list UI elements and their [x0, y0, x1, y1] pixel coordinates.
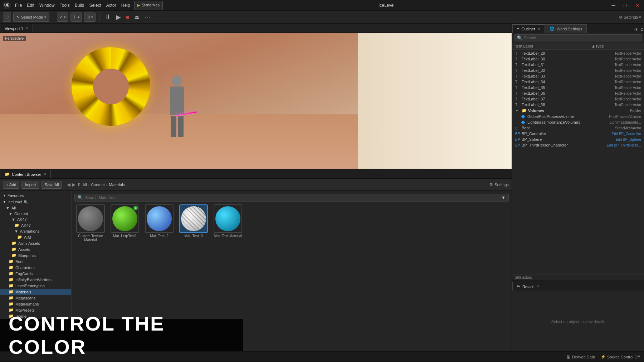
- outliner-item-30[interactable]: T TextLabel_30 TextRenderActor: [512, 56, 644, 62]
- resume-btn[interactable]: ▶: [114, 13, 122, 22]
- sort-icon[interactable]: ▲: [591, 44, 595, 48]
- tree-content[interactable]: ▼Content: [0, 211, 71, 217]
- move-btn[interactable]: ⤢ ▾: [57, 13, 68, 22]
- tree-fogcards[interactable]: 📁FogCards: [0, 271, 71, 277]
- tree-metahumans[interactable]: 📁MetaHumans: [0, 301, 71, 307]
- close-btn[interactable]: ✕: [634, 3, 641, 8]
- outliner-volumes[interactable]: ▼ 📁 Volumes Folder: [512, 108, 644, 114]
- select-mode-btn[interactable]: ↖ Select Mode ▾: [13, 13, 49, 22]
- menu-select[interactable]: Select: [89, 3, 101, 8]
- outliner-bpsphere[interactable]: BP BP_Sphere Edit BP_Sphere: [512, 137, 644, 142]
- asset-mat-test-material[interactable]: Mat_Test Material: [212, 204, 244, 242]
- menu-edit[interactable]: Edit: [27, 3, 34, 8]
- outliner-item-31[interactable]: T TextLabel_31 TextRenderActor: [512, 62, 644, 68]
- minimize-btn[interactable]: ─: [610, 3, 617, 8]
- asset-mat-test3[interactable]: Mat_Test_3: [177, 204, 210, 242]
- spiral-donut: [72, 47, 150, 126]
- outliner-lmiv[interactable]: 🔷 LightmassImportanceVolume3 LightmassIm…: [512, 119, 644, 125]
- outliner: ≡ Outliner ✕ 🌐 World Settings 👁 ⚙ 🔍 Ite: [512, 24, 644, 281]
- outliner-settings-icon[interactable]: ⚙: [640, 27, 644, 32]
- path-materials[interactable]: Materials: [109, 183, 125, 187]
- menu-build[interactable]: Build: [75, 3, 84, 8]
- pause-btn[interactable]: ⏸: [103, 13, 112, 21]
- asset-img-2: +: [111, 204, 139, 233]
- outliner-item-37[interactable]: T TextLabel_37 TextRenderActor: [512, 96, 644, 102]
- viewport-canvas[interactable]: Perspective: [0, 33, 512, 169]
- details-tab-close[interactable]: ✕: [537, 284, 540, 288]
- outliner-ppv[interactable]: 🔷 GlobalPostProcessVolume PostProcessVol…: [512, 114, 644, 119]
- asset-mat-test2[interactable]: Mat_Test_2: [143, 204, 175, 242]
- outliner-item-34[interactable]: T TextLabel_34 TextRenderActor: [512, 79, 644, 85]
- path-all[interactable]: All: [82, 183, 87, 187]
- asset-custom-texture[interactable]: Custom Texture Material: [74, 204, 107, 242]
- tree-aim[interactable]: 📁AIM: [0, 234, 71, 240]
- menu-bar: File Edit Window Tools Build Select Acto…: [15, 3, 130, 8]
- tree-characters[interactable]: 📁Characters: [0, 264, 71, 271]
- tree-ak47-sub[interactable]: 📁AK47: [0, 222, 71, 228]
- tree-lp[interactable]: 📁LevelPrototyping: [0, 283, 71, 289]
- forward-icon[interactable]: ▶: [72, 182, 75, 187]
- outliner-item-38[interactable]: T TextLabel_38 TextRenderActor: [512, 102, 644, 108]
- outliner-item-33[interactable]: T TextLabel_33 TextRenderActor: [512, 73, 644, 79]
- outliner-eye-icon[interactable]: 👁: [634, 27, 639, 32]
- world-settings-tab[interactable]: 🌐 World Settings: [545, 24, 587, 33]
- cb-settings-btn[interactable]: ⚙ Settings: [489, 182, 509, 187]
- outliner-header: Item Label ▲ Type: [512, 43, 644, 50]
- tree-megascans[interactable]: 📁Megascans: [0, 295, 71, 301]
- outliner-search-input[interactable]: [524, 36, 639, 40]
- grid-btn[interactable]: ⊞ ▾: [84, 13, 96, 22]
- outliner-item-29[interactable]: T TextLabel_29 TextRenderActor: [512, 50, 644, 56]
- save-all-btn[interactable]: Save All: [42, 181, 62, 189]
- viewport-tab-close[interactable]: ✕: [25, 26, 28, 30]
- tree-all[interactable]: ▼All: [0, 205, 71, 211]
- toolbar-icon-transform[interactable]: ⊞: [3, 13, 11, 22]
- outliner-bpcontroller[interactable]: BP BP_Controller Edit BP_Controller: [512, 131, 644, 137]
- snap-btn[interactable]: ⊹ ▾: [70, 13, 82, 22]
- filter-icon[interactable]: ▼: [501, 195, 506, 200]
- more-btn[interactable]: ⋯: [143, 13, 152, 21]
- menu-help[interactable]: Help: [121, 3, 130, 8]
- outliner-tab[interactable]: ≡ Outliner ✕: [512, 24, 545, 33]
- menu-actor[interactable]: Actor: [106, 3, 116, 8]
- eject-btn[interactable]: ⏏: [133, 13, 141, 21]
- content-browser-tab[interactable]: 📁 Content Browser ✕: [0, 170, 51, 178]
- scene-wall-right: [358, 33, 512, 169]
- outliner-item-35[interactable]: T TextLabel_35 TextRenderActor: [512, 85, 644, 90]
- source-control-btn[interactable]: ⚡ Source Control Off: [601, 354, 640, 359]
- cb-tab-close[interactable]: ✕: [43, 172, 46, 176]
- add-btn[interactable]: + Add: [3, 181, 19, 189]
- project-header[interactable]: ▼ IceLevel 🔍: [0, 199, 71, 205]
- menu-file[interactable]: File: [15, 3, 22, 8]
- stop-btn[interactable]: ■: [125, 14, 130, 21]
- tree-animations[interactable]: ▼Animations: [0, 228, 71, 234]
- details-tab[interactable]: ✏ Details ✕: [512, 282, 544, 291]
- outliner-bpthirdperson[interactable]: BP BP_ThirdPersonCharacter Edit BP_Third…: [512, 142, 644, 148]
- tree-materials[interactable]: 📁Materials: [0, 289, 71, 295]
- menu-tools[interactable]: Tools: [60, 3, 70, 8]
- tree-ibw[interactable]: 📁InfinityBladeWarriors: [0, 277, 71, 283]
- tree-arms[interactable]: 📁Arms Assets: [0, 240, 71, 246]
- tree-ak47[interactable]: ▼AK47: [0, 217, 71, 222]
- maximize-btn[interactable]: □: [623, 3, 628, 8]
- cb-tabs: 📁 Content Browser ✕: [0, 169, 512, 179]
- outliner-item-36[interactable]: T TextLabel_36 TextRenderActor: [512, 90, 644, 96]
- asset-mat-lerptest[interactable]: + Mat_LerpTest1: [109, 204, 141, 242]
- viewport-tab[interactable]: Viewport 1 ✕: [0, 24, 33, 33]
- back-icon[interactable]: ◀: [67, 182, 70, 187]
- search-input[interactable]: [85, 195, 499, 200]
- outliner-boot[interactable]: ⬡ Boot StaticMeshActor: [512, 125, 644, 131]
- favorites-header[interactable]: ▼ Favorites: [0, 192, 71, 199]
- path-content[interactable]: Content: [91, 183, 105, 187]
- outliner-tab-close[interactable]: ✕: [537, 27, 540, 31]
- import-btn[interactable]: Import: [21, 181, 39, 189]
- tree-boot[interactable]: 📁Boot: [0, 258, 71, 264]
- project-name[interactable]: ▶ StarterMap: [134, 1, 162, 10]
- menu-window[interactable]: Window: [39, 3, 55, 8]
- settings-btn[interactable]: ⚙ Settings ▾: [619, 15, 641, 20]
- tree-blueprints[interactable]: 📁Blueprints: [0, 252, 71, 258]
- up-icon[interactable]: ⬆: [77, 182, 81, 187]
- outliner-item-32[interactable]: T TextLabel_32 TextRenderActor: [512, 68, 644, 73]
- tree-assets[interactable]: 📁Assets: [0, 246, 71, 252]
- search-project-icon[interactable]: 🔍: [24, 200, 28, 204]
- derived-data-btn[interactable]: 🗄 Derived Data: [567, 355, 595, 359]
